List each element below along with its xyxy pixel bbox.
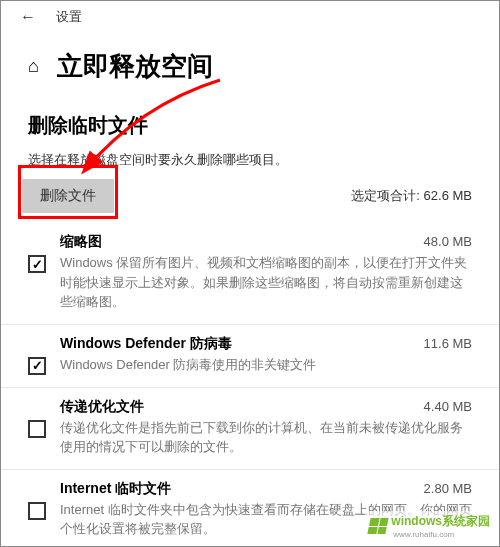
item-header: 缩略图48.0 MB <box>60 233 472 251</box>
watermark-text: windows系统家园 <box>391 513 490 530</box>
selected-total: 选定项合计: 62.6 MB <box>351 187 472 205</box>
section-heading: 删除临时文件 <box>0 94 500 147</box>
home-icon[interactable]: ⌂ <box>28 56 39 77</box>
item-header: 传递优化文件4.40 MB <box>60 398 472 416</box>
total-value: 62.6 MB <box>424 188 472 203</box>
item-description: Windows 保留所有图片、视频和文档缩略图的副本，以便在打开文件夹时能快速显… <box>60 253 472 312</box>
item-title: 传递优化文件 <box>60 398 144 416</box>
item-header: Internet 临时文件2.80 MB <box>60 480 472 498</box>
item-size: 48.0 MB <box>424 234 472 249</box>
watermark: windows系统家园 www.ruhaifu.com <box>365 511 494 541</box>
item-header: Windows Defender 防病毒11.6 MB <box>60 335 472 353</box>
item-title: Internet 临时文件 <box>60 480 171 498</box>
header-bar: ← 设置 <box>0 0 500 34</box>
checkbox[interactable] <box>28 502 46 520</box>
list-item: 传递优化文件4.40 MB传递优化文件是指先前已下载到你的计算机、在当前未被传递… <box>0 388 500 470</box>
item-size: 4.40 MB <box>424 399 472 414</box>
checkbox[interactable] <box>28 420 46 438</box>
item-content: 缩略图48.0 MBWindows 保留所有图片、视频和文档缩略图的副本，以便在… <box>60 233 472 312</box>
item-description: 传递优化文件是指先前已下载到你的计算机、在当前未被传递优化服务使用的情况下可以删… <box>60 418 472 457</box>
watermark-sub: www.ruhaifu.com <box>393 530 490 539</box>
item-content: 传递优化文件4.40 MB传递优化文件是指先前已下载到你的计算机、在当前未被传递… <box>60 398 472 457</box>
item-size: 11.6 MB <box>424 336 472 351</box>
total-prefix: 选定项合计: <box>351 188 420 203</box>
windows-logo-icon <box>368 518 389 534</box>
title-row: ⌂ 立即释放空间 <box>0 34 500 94</box>
checkbox-wrap <box>28 233 46 312</box>
back-arrow-icon[interactable]: ← <box>20 8 36 26</box>
checkbox[interactable] <box>28 357 46 375</box>
section-description: 选择在释放磁盘空间时要永久删除哪些项目。 <box>0 147 500 179</box>
list-item: Windows Defender 防病毒11.6 MBWindows Defen… <box>0 325 500 388</box>
item-title: 缩略图 <box>60 233 102 251</box>
checkbox-wrap <box>28 398 46 457</box>
delete-files-button[interactable]: 删除文件 <box>22 179 114 213</box>
item-list: 缩略图48.0 MBWindows 保留所有图片、视频和文档缩略图的副本，以便在… <box>0 223 500 547</box>
item-size: 2.80 MB <box>424 481 472 496</box>
checkbox-wrap <box>28 480 46 539</box>
item-description: Windows Defender 防病毒使用的非关键文件 <box>60 355 472 375</box>
page-title: 立即释放空间 <box>57 49 213 84</box>
checkbox-wrap <box>28 335 46 375</box>
action-row: 删除文件 选定项合计: 62.6 MB <box>0 179 500 223</box>
item-content: Windows Defender 防病毒11.6 MBWindows Defen… <box>60 335 472 375</box>
settings-label: 设置 <box>56 8 82 26</box>
item-title: Windows Defender 防病毒 <box>60 335 232 353</box>
list-item: 缩略图48.0 MBWindows 保留所有图片、视频和文档缩略图的副本，以便在… <box>0 223 500 325</box>
checkbox[interactable] <box>28 255 46 273</box>
